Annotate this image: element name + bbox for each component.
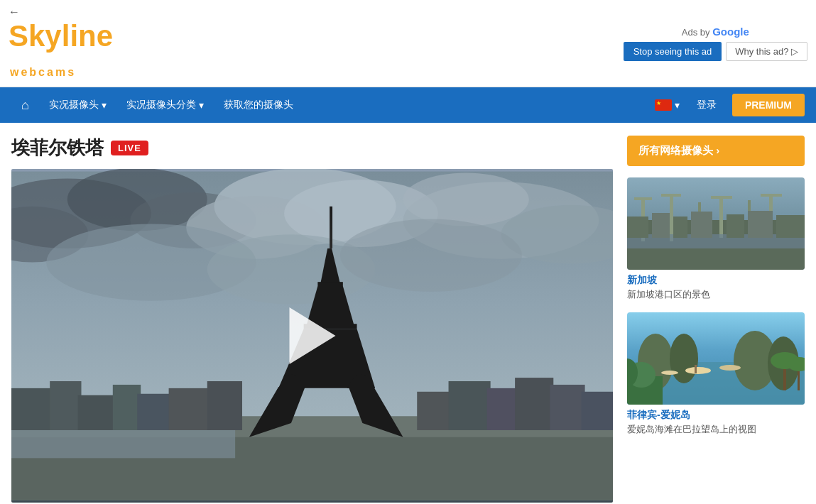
nav-get-cam[interactable]: 获取您的摄像头 (214, 87, 303, 123)
svg-rect-17 (11, 388, 53, 430)
svg-rect-33 (449, 381, 491, 430)
philippines-thumbnail (627, 312, 805, 405)
back-arrow-icon[interactable]: ← (9, 6, 20, 18)
svg-rect-20 (113, 385, 141, 430)
svg-point-67 (661, 371, 678, 375)
svg-point-64 (685, 367, 711, 374)
svg-rect-18 (50, 381, 81, 430)
svg-rect-43 (661, 194, 681, 197)
singapore-location-link[interactable]: 新加坡 (627, 274, 805, 287)
philippines-location-link[interactable]: 菲律宾-爱妮岛 (627, 409, 805, 422)
webcam-card-singapore: 新加坡 新加坡港口区的景色 (627, 177, 805, 301)
nav-live-cams[interactable]: 实况摄像头 ▾ (39, 87, 116, 123)
webcam-thumb-singapore[interactable] (627, 177, 805, 270)
nav-categories[interactable]: 实况摄像头分类 ▾ (116, 87, 214, 123)
all-webcams-button[interactable]: 所有网络摄像头 › (627, 136, 805, 166)
svg-rect-36 (550, 385, 584, 430)
flag-dropdown-icon: ▾ (675, 99, 680, 111)
svg-rect-55 (727, 214, 744, 238)
svg-rect-49 (761, 194, 782, 197)
logo[interactable]: Skyline webcams (9, 21, 113, 81)
logo-skyline-text: Skyline webcams (9, 21, 113, 81)
ad-buttons: Stop seeing this ad Why this ad? ▷ (624, 42, 807, 61)
svg-rect-52 (652, 213, 670, 238)
premium-button[interactable]: PREMIUM (732, 94, 805, 116)
svg-rect-46 (711, 196, 732, 199)
page-title: 埃菲尔铁塔 (11, 136, 104, 160)
navigation-bar: ⌂ 实况摄像头 ▾ 实况摄像头分类 ▾ 获取您的摄像头 ▾ 登录 PREMIUM (0, 87, 816, 123)
svg-rect-19 (78, 395, 116, 430)
why-ad-button[interactable]: Why this ad? ▷ (726, 42, 807, 61)
google-label: Google (712, 26, 749, 38)
svg-rect-41 (634, 197, 652, 200)
play-button-icon[interactable] (289, 307, 335, 364)
nav-home[interactable]: ⌂ (11, 87, 39, 123)
svg-point-66 (719, 365, 741, 371)
top-bar: ← Skyline webcams Ads by Google Stop see… (0, 0, 816, 87)
nav-language-selector[interactable]: ▾ (648, 99, 687, 111)
svg-point-10 (403, 173, 529, 226)
svg-rect-45 (719, 197, 723, 238)
svg-point-13 (340, 219, 522, 292)
left-column: 埃菲尔铁塔 LIVE (11, 136, 613, 503)
login-button[interactable]: 登录 (687, 99, 727, 111)
svg-rect-56 (748, 211, 773, 238)
ad-area: Ads by Google Stop seeing this ad Why th… (624, 26, 807, 61)
svg-rect-32 (417, 392, 452, 430)
video-player[interactable] (11, 169, 613, 503)
singapore-description: 新加坡港口区的景色 (627, 288, 805, 301)
svg-rect-57 (776, 215, 805, 238)
svg-rect-54 (691, 212, 712, 238)
right-sidebar: 所有网络摄像头 › (627, 136, 805, 503)
svg-rect-22 (169, 388, 211, 430)
svg-rect-37 (582, 392, 613, 430)
live-badge: LIVE (111, 141, 148, 155)
main-content: 埃菲尔铁塔 LIVE (0, 123, 816, 504)
svg-rect-21 (137, 394, 172, 430)
philippines-description: 爱妮岛海滩在巴拉望岛上的视图 (627, 423, 805, 436)
logo-area: ← Skyline webcams (9, 6, 113, 81)
svg-rect-51 (627, 217, 648, 238)
stop-ad-button[interactable]: Stop seeing this ad (624, 42, 722, 61)
svg-rect-23 (207, 381, 242, 430)
svg-rect-53 (673, 217, 687, 238)
singapore-thumbnail (627, 177, 805, 270)
logo-webcams-text: webcams (9, 66, 76, 78)
svg-rect-24 (330, 207, 332, 248)
webcam-thumb-philippines[interactable] (627, 312, 805, 405)
page-title-row: 埃菲尔铁塔 LIVE (11, 136, 613, 160)
svg-rect-34 (487, 388, 518, 430)
categories-dropdown-icon: ▾ (199, 99, 204, 111)
ads-label: Ads by Google (682, 26, 749, 38)
svg-rect-16 (11, 430, 235, 458)
home-icon: ⌂ (21, 98, 29, 113)
svg-rect-26 (317, 282, 342, 286)
svg-rect-35 (515, 378, 553, 430)
live-cams-dropdown-icon: ▾ (102, 99, 107, 111)
svg-point-61 (670, 334, 698, 383)
china-flag-icon (655, 99, 672, 111)
svg-rect-65 (695, 365, 697, 373)
webcam-card-philippines: 菲律宾-爱妮岛 爱妮岛海滩在巴拉望岛上的视图 (627, 312, 805, 436)
